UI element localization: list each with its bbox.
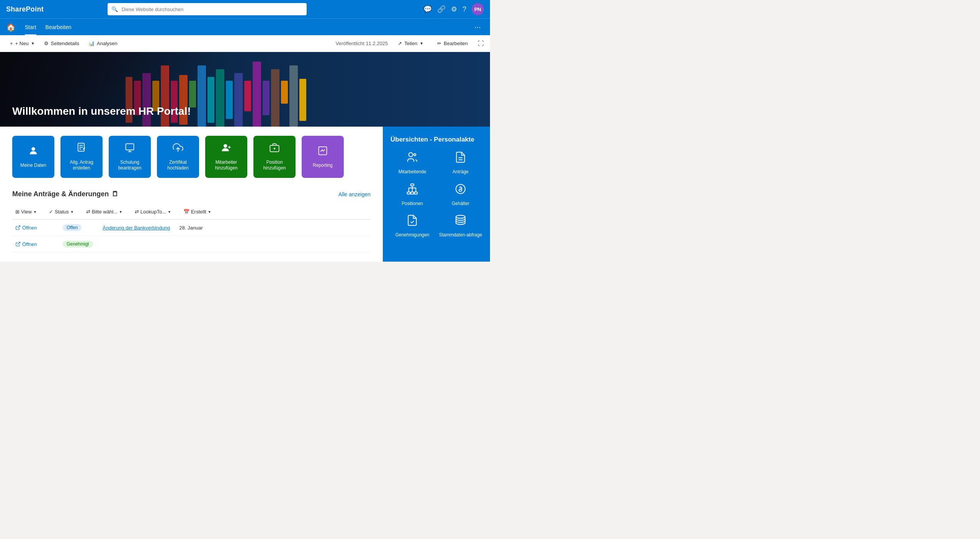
tile-reporting[interactable]: Reporting [302, 136, 344, 178]
status-badge: Offen [63, 224, 82, 231]
analysen-button[interactable]: 📊 Analysen [85, 38, 121, 49]
svg-point-0 [31, 147, 35, 150]
tile-schulung[interactable]: Schulung beantragen [109, 136, 151, 178]
share-people-icon[interactable]: 🔗 [437, 5, 446, 13]
chevron-down-icon: ▼ [31, 41, 35, 46]
document-icon [454, 151, 467, 166]
swap-icon-2: ⇄ [135, 209, 139, 215]
sidebar-item-label: Genehmigungen [395, 232, 430, 238]
tile-zertifikat[interactable]: Zertifikat hochladen [157, 136, 199, 178]
item-link[interactable]: Änderung der Bankverbindung [103, 225, 170, 231]
filter-status[interactable]: ✓ Status ▼ [46, 207, 77, 216]
view-icon: ⊞ [15, 209, 20, 215]
sidebar-item-label: Anträge [452, 169, 469, 175]
section-emoji: 🗒 [112, 190, 119, 198]
svg-line-16 [18, 226, 20, 228]
section-title: Meine Anträge & Änderungen 🗒 [12, 190, 119, 198]
published-info: Veröffentlicht 11.2.2025 ↗ Teilen ▼ ✏ Be… [336, 38, 484, 49]
new-icon: + [10, 41, 13, 46]
pencil-icon: ✏ [437, 41, 441, 46]
col-action: Öffnen [15, 225, 54, 231]
search-bar: 🔍 [108, 3, 307, 15]
check-icon: ✓ [49, 209, 53, 215]
svg-rect-5 [126, 144, 134, 150]
new-button[interactable]: + + Neu ▼ [6, 38, 39, 49]
filter-bitte[interactable]: ⇄ Bitte wähl... ▼ [83, 207, 126, 216]
sidebar-item-label: Positionen [402, 201, 423, 207]
comment-icon[interactable]: 💬 [423, 5, 432, 13]
approval-icon [406, 214, 418, 229]
search-input[interactable] [108, 3, 307, 15]
tile-mitarbeiter[interactable]: Mitarbeiter hinzufügen [205, 136, 247, 178]
help-icon[interactable]: ? [462, 5, 466, 13]
sidebar-item-mitarbeitende[interactable]: Mitarbeitende [390, 151, 434, 175]
person-icon [28, 145, 39, 160]
hero-banner: Willkommen in unserem HR Portal! [0, 52, 490, 127]
col-action: Öffnen [15, 241, 54, 247]
content-area: Meine Daten Allg. Antrag erstellen Schul… [0, 127, 383, 262]
sidebar-right: Übersichten - Personalakte Mitarbeitende [383, 127, 490, 262]
sidebar-grid: Mitarbeitende Anträge [390, 151, 482, 238]
sidebar-item-genehmigungen[interactable]: Genehmigungen [390, 214, 434, 238]
filter-erstellt[interactable]: 📅 Erstellt ▼ [180, 207, 214, 216]
top-nav-actions: 💬 🔗 ⚙ ? PN [423, 3, 484, 15]
salary-icon [454, 183, 467, 198]
sidebar-item-antraege[interactable]: Anträge [439, 151, 482, 175]
secondary-navigation: 🏠 Start Bearbeiten ··· [0, 18, 490, 35]
sidebar-item-positionen[interactable]: Positionen [390, 183, 434, 207]
all-link[interactable]: Alle anzeigen [338, 191, 371, 197]
edit-button[interactable]: ✏ Bearbeiten [433, 38, 472, 49]
col-type: Änderung der Bankverbindung [103, 225, 170, 231]
chevron-down-icon: ▼ [33, 210, 37, 214]
upload-icon [173, 142, 183, 156]
sidebar-title: Übersichten - Personalakte [390, 136, 482, 143]
col-status: Genehmigt [63, 241, 93, 248]
main-content: Meine Daten Allg. Antrag erstellen Schul… [0, 127, 490, 262]
tile-position[interactable]: Position hinzufügen [253, 136, 296, 178]
sidebar-item-stammdaten[interactable]: Stammdaten-abfrage [439, 214, 482, 238]
svg-rect-24 [411, 192, 414, 194]
tile-antrag-erstellen[interactable]: Allg. Antrag erstellen [60, 136, 103, 178]
avatar[interactable]: PN [472, 3, 484, 15]
more-options-button[interactable]: ··· [471, 23, 484, 31]
sidebar-item-gehaelter[interactable]: Gehälter [439, 183, 482, 207]
svg-point-32 [456, 215, 465, 218]
tile-meine-daten[interactable]: Meine Daten [12, 136, 54, 178]
section-header: Meine Anträge & Änderungen 🗒 Alle anzeig… [12, 190, 371, 198]
hero-title: Willkommen in unserem HR Portal! [12, 105, 191, 117]
svg-point-9 [224, 144, 227, 148]
col-date: 28. Januar [179, 225, 217, 231]
col-status: Offen [63, 224, 93, 231]
top-navigation: SharePoint 🔍 💬 🔗 ⚙ ? PN [0, 0, 490, 18]
home-icon[interactable]: 🏠 [6, 23, 16, 32]
nav-link-bearbeiten[interactable]: Bearbeiten [41, 19, 76, 36]
settings-icon[interactable]: ⚙ [451, 5, 457, 13]
chevron-down-icon: ▼ [208, 210, 211, 214]
list-row: Öffnen Offen Änderung der Bankverbindung… [12, 220, 371, 236]
svg-rect-25 [414, 192, 417, 194]
share-icon: ↗ [398, 41, 402, 46]
sidebar-item-label: Stammdaten-abfrage [439, 232, 482, 238]
open-link[interactable]: Öffnen [15, 241, 54, 247]
filter-lookup[interactable]: ⇄ LookupTo... ▼ [132, 207, 174, 216]
briefcase-icon [269, 142, 280, 156]
gear-icon: ⚙ [44, 41, 49, 46]
database-search-icon [454, 214, 467, 229]
org-chart-icon [406, 183, 418, 198]
open-link[interactable]: Öffnen [15, 225, 54, 231]
quick-actions-grid: Meine Daten Allg. Antrag erstellen Schul… [12, 136, 371, 178]
chevron-down-icon: ▼ [168, 210, 171, 214]
expand-icon[interactable]: ⛶ [478, 40, 484, 47]
page-details-button[interactable]: ⚙ Seitendetails [40, 38, 83, 49]
form-icon [76, 142, 87, 156]
calendar-icon: 📅 [183, 209, 189, 215]
page-toolbar: + + Neu ▼ ⚙ Seitendetails 📊 Analysen Ver… [0, 35, 490, 52]
list-row: Öffnen Genehmigt [12, 236, 371, 252]
chart-icon: 📊 [88, 41, 95, 46]
share-button[interactable]: ↗ Teilen ▼ [394, 38, 427, 49]
reporting-icon [317, 145, 328, 160]
filter-view[interactable]: ⊞ View ▼ [12, 207, 40, 216]
nav-link-start[interactable]: Start [20, 19, 41, 36]
search-icon: 🔍 [111, 6, 118, 12]
svg-line-17 [18, 242, 20, 244]
